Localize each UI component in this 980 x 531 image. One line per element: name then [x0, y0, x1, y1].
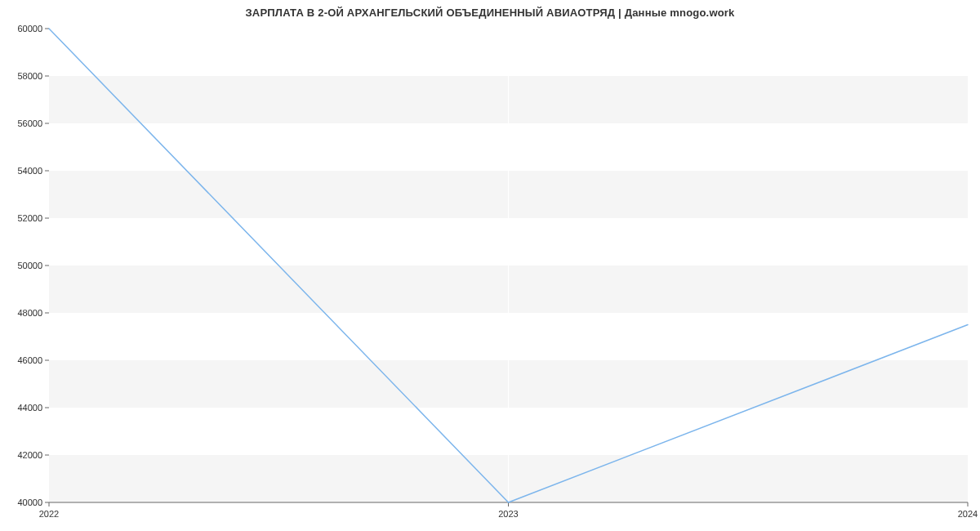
y-tick-label: 54000	[17, 166, 42, 176]
chart-svg: 4000042000440004600048000500005200054000…	[0, 0, 980, 531]
y-tick-label: 44000	[17, 403, 42, 413]
y-tick-label: 60000	[17, 24, 42, 33]
y-tick-label: 50000	[17, 261, 42, 270]
y-tick-label: 58000	[17, 71, 42, 81]
y-tick-label: 46000	[17, 355, 42, 365]
x-tick-label: 2022	[39, 509, 59, 519]
y-tick-label: 42000	[17, 450, 42, 460]
y-tick-label: 40000	[17, 498, 42, 507]
x-tick-label: 2023	[498, 509, 518, 519]
x-tick-label: 2024	[958, 509, 978, 519]
y-tick-label: 48000	[17, 308, 42, 318]
y-tick-label: 52000	[17, 213, 42, 223]
y-tick-label: 56000	[17, 118, 42, 128]
